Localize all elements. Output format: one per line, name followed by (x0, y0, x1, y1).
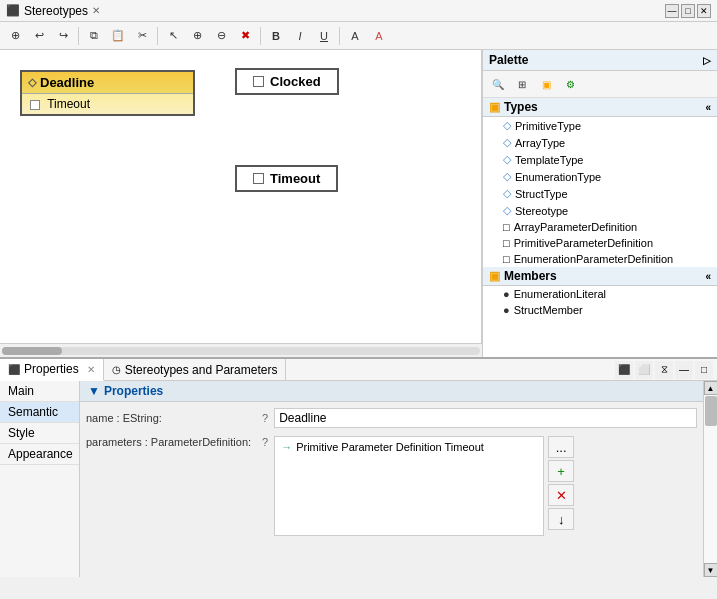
palette-item-arraytype[interactable]: ◇ ArrayType (483, 134, 717, 151)
types-collapse-icon: « (705, 102, 711, 113)
palette-settings-btn[interactable]: ⚙ (559, 73, 581, 95)
props-content: name : EString: ? parameters : Parameter… (80, 402, 703, 577)
toolbar-btn-undo[interactable]: ↩ (28, 25, 50, 47)
scrollbar-thumb[interactable] (2, 347, 62, 355)
nav-item-style[interactable]: Style (0, 423, 79, 444)
palette-section-types[interactable]: ▣ Types « (483, 98, 717, 117)
members-section-label: Members (504, 269, 557, 283)
timeout-node[interactable]: Timeout (235, 165, 338, 192)
palette-search-btn[interactable]: 🔍 (487, 73, 509, 95)
props-section-title: Properties (104, 384, 163, 398)
timeout-checkbox[interactable] (30, 100, 40, 110)
toolbar-btn-select[interactable]: ↖ (162, 25, 184, 47)
canvas-area[interactable]: ◇ Deadline Timeout Clocked Timeout (0, 50, 482, 343)
palette-layout-btn[interactable]: ⊞ (511, 73, 533, 95)
palette-item-templatetype[interactable]: ◇ TemplateType (483, 151, 717, 168)
props-btn-dots[interactable]: ... (548, 436, 574, 458)
structmember-icon: ● (503, 304, 510, 316)
structtype-label: StructType (515, 188, 568, 200)
props-name-input[interactable] (274, 408, 697, 428)
toolbar-btn-cut[interactable]: ✂ (131, 25, 153, 47)
toolbar-btn-font-a1[interactable]: A (344, 25, 366, 47)
props-btn-move-down[interactable]: ↓ (548, 508, 574, 530)
canvas-scrollbar[interactable] (0, 343, 482, 357)
palette-content: ▣ Types « ◇ PrimitiveType ◇ ArrayType ◇ … (483, 98, 717, 357)
stereotypes-tab-icon: ◷ (112, 364, 121, 375)
arraytype-label: ArrayType (515, 137, 565, 149)
props-parameters-table[interactable]: → Primitive Parameter Definition Timeout (274, 436, 544, 536)
stereotypes-tab-label: Stereotypes and Parameters (125, 363, 278, 377)
palette-filter-btn[interactable]: ▣ (535, 73, 557, 95)
tab-icon-btn-filter[interactable]: ⧖ (655, 361, 673, 379)
props-name-help[interactable]: ? (262, 412, 268, 424)
nav-item-main[interactable]: Main (0, 381, 79, 402)
tab-icon-btn-2[interactable]: ⬜ (635, 361, 653, 379)
minimize-button[interactable]: — (665, 4, 679, 18)
palette-item-structtype[interactable]: ◇ StructType (483, 185, 717, 202)
props-collapse-icon[interactable]: ▼ (88, 384, 100, 398)
nav-semantic-label: Semantic (8, 405, 58, 419)
palette-item-stereotype[interactable]: ◇ Stereotype (483, 202, 717, 219)
props-table-item-0[interactable]: → Primitive Parameter Definition Timeout (277, 439, 541, 455)
enumliteral-label: EnumerationLiteral (514, 288, 606, 300)
props-parameters-label: parameters : ParameterDefinition: (86, 434, 256, 448)
palette-section-members[interactable]: ▣ Members « (483, 267, 717, 286)
scroll-up-btn[interactable]: ▲ (704, 381, 718, 395)
primitivetype-icon: ◇ (503, 119, 511, 132)
toolbar-btn-font-a2[interactable]: A (368, 25, 390, 47)
props-name-label: name : EString: (86, 412, 256, 424)
bottom-tab-toolbar: ⬛ ⬜ ⧖ — □ (611, 361, 717, 379)
deadline-timeout-node[interactable]: ◇ Deadline Timeout (20, 70, 195, 116)
palette-expand-icon[interactable]: ▷ (703, 55, 711, 66)
toolbar-btn-italic[interactable]: I (289, 25, 311, 47)
properties-tab-close[interactable]: ✕ (87, 364, 95, 375)
types-section-icon: ▣ (489, 100, 500, 114)
toolbar-btn-zoom-in[interactable]: ⊕ (186, 25, 208, 47)
palette-item-structmember[interactable]: ● StructMember (483, 302, 717, 318)
nav-item-appearance[interactable]: Appearance (0, 444, 79, 465)
palette-title: Palette (489, 53, 528, 67)
toolbar-btn-bold[interactable]: B (265, 25, 287, 47)
palette-item-primitiveparamdef[interactable]: □ PrimitiveParameterDefinition (483, 235, 717, 251)
tab-icon-btn-4[interactable]: — (675, 361, 693, 379)
bottom-tabs-bar: ⬛ Properties ✕ ◷ Stereotypes and Paramet… (0, 359, 717, 381)
enumerationtype-label: EnumerationType (515, 171, 601, 183)
props-btn-remove[interactable]: ✕ (548, 484, 574, 506)
enumliteral-icon: ● (503, 288, 510, 300)
props-name-row: name : EString: ? (86, 408, 697, 428)
tab-icon-btn-1[interactable]: ⬛ (615, 361, 633, 379)
palette-item-primitivetype[interactable]: ◇ PrimitiveType (483, 117, 717, 134)
toolbar-btn-copy[interactable]: ⧉ (83, 25, 105, 47)
toolbar-btn-zoom-out[interactable]: ⊖ (210, 25, 232, 47)
props-btn-add[interactable]: + (548, 460, 574, 482)
window-title-close-tab[interactable]: ✕ (92, 5, 100, 16)
nav-item-semantic[interactable]: Semantic (0, 402, 79, 423)
clocked-node[interactable]: Clocked (235, 68, 339, 95)
toolbar-btn-underline[interactable]: U (313, 25, 335, 47)
structtype-icon: ◇ (503, 187, 511, 200)
clocked-label: Clocked (270, 74, 321, 89)
timeout-node-checkbox[interactable] (253, 173, 264, 184)
nav-style-label: Style (8, 426, 35, 440)
toolbar-btn-paste[interactable]: 📋 (107, 25, 129, 47)
props-parameters-help[interactable]: ? (262, 434, 268, 448)
toolbar-btn-delete[interactable]: ✖ (234, 25, 256, 47)
tab-icon-btn-5[interactable]: □ (695, 361, 713, 379)
palette-item-enumparamdef[interactable]: □ EnumerationParameterDefinition (483, 251, 717, 267)
maximize-button[interactable]: □ (681, 4, 695, 18)
right-scrollbar[interactable]: ▲ ▼ (703, 381, 717, 577)
toolbar-btn-redo[interactable]: ↪ (52, 25, 74, 47)
scroll-thumb[interactable] (705, 396, 717, 426)
close-button[interactable]: ✕ (697, 4, 711, 18)
enumparamdef-label: EnumerationParameterDefinition (514, 253, 674, 265)
tab-stereotypes-params[interactable]: ◷ Stereotypes and Parameters (104, 359, 287, 381)
tab-properties[interactable]: ⬛ Properties ✕ (0, 359, 104, 381)
palette-item-enumliteral[interactable]: ● EnumerationLiteral (483, 286, 717, 302)
palette-item-arrayparamdef[interactable]: □ ArrayParameterDefinition (483, 219, 717, 235)
nav-appearance-label: Appearance (8, 447, 73, 461)
toolbar-btn-new[interactable]: ⊕ (4, 25, 26, 47)
palette-item-enumerationtype[interactable]: ◇ EnumerationType (483, 168, 717, 185)
scroll-down-btn[interactable]: ▼ (704, 563, 718, 577)
clocked-checkbox[interactable] (253, 76, 264, 87)
window-title-label: Stereotypes (24, 4, 88, 18)
